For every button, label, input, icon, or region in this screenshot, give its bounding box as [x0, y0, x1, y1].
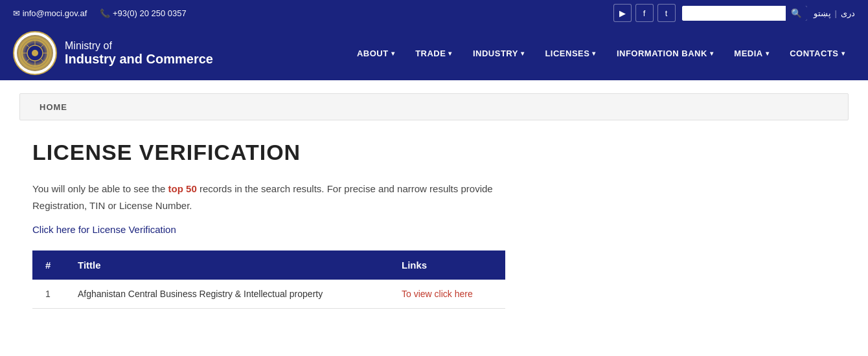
table-header: # Tittle Links	[32, 250, 505, 280]
nav-information-bank[interactable]: INFORMATION BANK ▾	[606, 42, 724, 65]
top-bar: ✉ info@moci.gov.af 📞 +93(0) 20 250 0357 …	[0, 0, 868, 26]
industry-caret: ▾	[521, 50, 525, 57]
about-caret: ▾	[391, 50, 395, 57]
license-table: # Tittle Links 1 Afghanistan Central Bus…	[32, 250, 505, 309]
nav-contacts[interactable]: CONTACTS ▾	[779, 42, 855, 65]
header: Ministry of Industry and Commerce ABOUT …	[0, 26, 868, 80]
row-1-num: 1	[32, 280, 65, 309]
row-1-link[interactable]: To view click here	[402, 289, 473, 299]
breadcrumb-label[interactable]: HOME	[40, 102, 67, 112]
info-bank-caret: ▾	[710, 50, 714, 57]
svg-point-2	[32, 50, 38, 56]
logo-svg	[21, 39, 49, 67]
table-body: 1 Afghanistan Central Business Registry …	[32, 280, 505, 309]
logo-emblem	[13, 31, 57, 75]
logo-area: Ministry of Industry and Commerce	[13, 31, 213, 75]
top-bar-right: ▶ f t 🔍 پښتو | دری	[613, 4, 855, 22]
top-label: top	[168, 183, 183, 194]
main-content: LICENSE VERIFICATION You will only be ab…	[0, 133, 868, 322]
twitter-icon[interactable]: t	[657, 4, 676, 22]
nav-industry[interactable]: INDUSTRY ▾	[463, 42, 534, 65]
licenses-caret: ▾	[592, 50, 596, 57]
facebook-icon[interactable]: f	[635, 4, 654, 22]
logo-line1: Ministry of	[65, 40, 213, 52]
table-row: 1 Afghanistan Central Business Registry …	[32, 280, 505, 309]
col-header-num: #	[32, 250, 65, 280]
logo-text: Ministry of Industry and Commerce	[65, 40, 213, 67]
language-switcher: پښتو | دری	[814, 8, 855, 18]
nav-media[interactable]: MEDIA ▾	[724, 42, 779, 65]
top-bar-left: ✉ info@moci.gov.af 📞 +93(0) 20 250 0357	[13, 8, 187, 18]
svg-line-7	[25, 43, 29, 47]
youtube-icon[interactable]: ▶	[613, 4, 632, 22]
logo-inner-design	[17, 35, 53, 71]
col-header-links: Links	[389, 250, 505, 280]
social-icons: ▶ f t	[613, 4, 676, 22]
lang-separator: |	[835, 8, 837, 18]
nav-licenses[interactable]: LICENSES ▾	[534, 42, 606, 65]
num-label: 50	[186, 183, 197, 194]
description-part1: You will only be able to see the	[32, 183, 168, 194]
email-contact[interactable]: ✉ info@moci.gov.af	[13, 8, 87, 18]
page-title: LICENSE VERIFICATION	[32, 140, 836, 165]
media-caret: ▾	[766, 50, 770, 57]
svg-line-8	[41, 59, 45, 63]
svg-line-10	[25, 59, 29, 63]
description-text: You will only be able to see the top 50 …	[32, 181, 499, 214]
logo-line2: Industry and Commerce	[65, 52, 213, 67]
row-1-title: Afghanistan Central Business Registry & …	[65, 280, 389, 309]
search-box[interactable]: 🔍	[682, 6, 807, 21]
trade-caret: ▾	[448, 50, 452, 57]
breadcrumb: HOME	[19, 93, 849, 120]
search-input[interactable]	[682, 6, 786, 21]
row-1-link-cell: To view click here	[389, 280, 505, 309]
phone-contact[interactable]: 📞 +93(0) 20 250 0357	[100, 8, 186, 18]
nav-trade[interactable]: TRADE ▾	[405, 42, 463, 65]
main-nav: ABOUT ▾ TRADE ▾ INDUSTRY ▾ LICENSES ▾ IN…	[347, 42, 855, 65]
contacts-caret: ▾	[841, 50, 845, 57]
lang-pashto[interactable]: پښتو	[814, 8, 831, 18]
verification-link[interactable]: Click here for License Verification	[32, 224, 176, 235]
search-button[interactable]: 🔍	[786, 6, 807, 21]
email-icon: ✉	[13, 8, 23, 18]
col-header-title: Tittle	[65, 250, 389, 280]
svg-line-9	[41, 43, 45, 47]
phone-icon: 📞	[100, 8, 113, 18]
nav-about[interactable]: ABOUT ▾	[347, 42, 405, 65]
lang-dari[interactable]: دری	[841, 8, 855, 18]
